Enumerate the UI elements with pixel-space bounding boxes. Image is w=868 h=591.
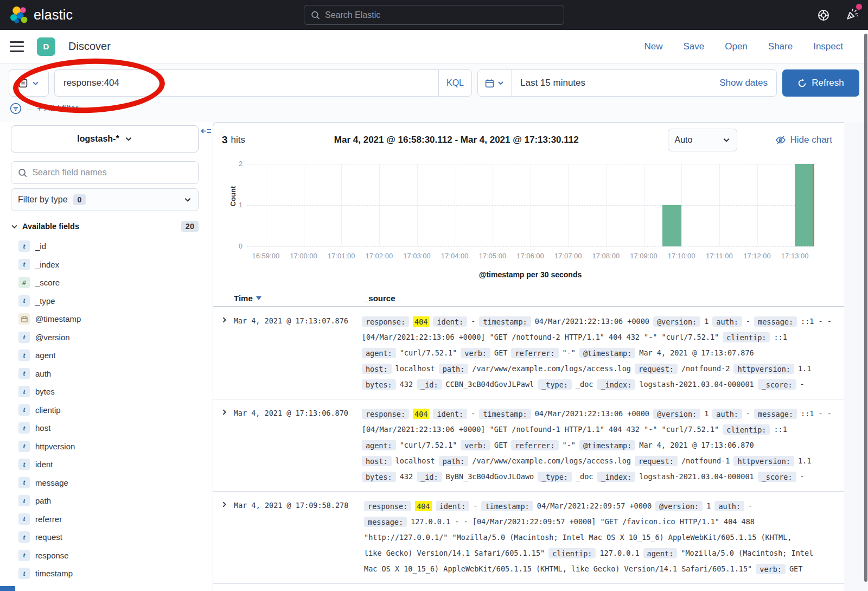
expand-row-icon[interactable] <box>213 498 234 577</box>
field-name-badge: message: <box>754 409 797 419</box>
field-name-badge: agent: <box>362 348 396 358</box>
string-type-icon: t <box>18 386 30 397</box>
chevron-down-icon <box>723 136 730 144</box>
field-item-path[interactable]: tpath <box>11 492 199 510</box>
current-time-marker <box>813 164 814 246</box>
brand-name: elastic <box>34 7 73 23</box>
field-item-response[interactable]: tresponse <box>11 546 199 565</box>
field-name-badge: clientip: <box>723 424 770 435</box>
x-tick-label: 17:06:00 <box>516 252 544 260</box>
field-search-box[interactable] <box>11 161 199 184</box>
highlighted-value: 404 <box>413 409 429 419</box>
field-name-badge: _type: <box>538 472 572 482</box>
string-type-icon: t <box>18 495 30 506</box>
field-value: localhost <box>395 456 435 465</box>
date-quick-menu-button[interactable] <box>478 70 512 96</box>
save-button[interactable]: Save <box>683 41 704 52</box>
global-search-input[interactable] <box>325 10 557 20</box>
open-button[interactable]: Open <box>725 41 748 52</box>
field-value: ::1 - - <box>801 409 832 418</box>
new-button[interactable]: New <box>644 41 662 52</box>
field-name: response <box>35 551 69 560</box>
share-button[interactable]: Share <box>768 41 793 52</box>
string-type-icon: t <box>18 550 30 561</box>
field-item-_type[interactable]: t_type <box>11 292 199 310</box>
global-search-bar[interactable] <box>304 5 564 25</box>
field-value: GET <box>789 564 802 573</box>
newsfeed-button[interactable] <box>845 7 859 23</box>
inspect-button[interactable]: Inspect <box>813 41 843 52</box>
histogram-bar-17:09:30[interactable] <box>662 205 681 246</box>
add-filter-button[interactable]: + Add filter <box>37 104 78 113</box>
field-item-@timestamp[interactable]: @timestamp <box>11 310 199 328</box>
field-item-ident[interactable]: tident <box>11 455 199 474</box>
help-icon[interactable] <box>817 9 830 22</box>
query-language-button[interactable]: KQL <box>438 69 472 97</box>
field-name-badge: request: <box>635 456 678 466</box>
field-name: path <box>35 496 51 505</box>
field-item-_score[interactable]: #_score <box>11 274 199 292</box>
field-name-badge: ident: <box>433 316 467 327</box>
query-input[interactable] <box>54 69 438 97</box>
histogram-bar-17:13:00[interactable] <box>795 164 814 246</box>
hide-chart-button[interactable]: Hide chart <box>775 135 832 145</box>
doc-source: response:404ident:-timestamp:04/Mar/2021… <box>362 314 844 392</box>
field-item-auth[interactable]: tauth <box>11 365 199 383</box>
field-item-bytes[interactable]: tbytes <box>11 383 199 401</box>
time-range-display[interactable]: Last 15 minutes <box>512 78 585 88</box>
field-name-badge: clientip: <box>548 548 596 558</box>
field-value: like Gecko) Version/14.1 Safari/605.1.15… <box>364 549 545 557</box>
field-value: "Mozilla/5.0 (Macintosh; Intel <box>681 549 813 557</box>
field-value: ::1 <box>774 425 787 434</box>
expand-row-icon[interactable] <box>213 406 234 485</box>
x-axis-labels: 16:59:0017:00:0017:01:0017:02:0017:03:00… <box>247 252 814 263</box>
index-pattern-selector[interactable]: logstash-* <box>11 125 199 152</box>
field-item-referrer[interactable]: treferrer <box>11 510 199 529</box>
field-item-timestamp[interactable]: ttimestamp <box>11 564 199 583</box>
field-name-badge: _id: <box>417 379 442 390</box>
page-title: Discover <box>68 40 111 53</box>
number-type-icon: # <box>18 277 30 288</box>
search-icon <box>311 10 320 20</box>
field-item-agent[interactable]: tagent <box>11 346 199 365</box>
menu-icon[interactable] <box>10 41 24 52</box>
field-value: ::1 - - <box>801 317 832 326</box>
field-item-httpversion[interactable]: thttpversion <box>11 437 199 456</box>
string-type-icon: t <box>18 404 30 416</box>
field-name-badge: ident: <box>436 501 470 511</box>
time-column-header[interactable]: Time <box>234 294 364 303</box>
field-name-badge: path: <box>439 364 469 374</box>
interval-select[interactable]: Auto <box>668 129 737 151</box>
field-value: "curl/7.52.1" <box>400 441 457 449</box>
x-tick-label: 17:04:00 <box>441 252 469 260</box>
field-name: httpversion <box>35 442 75 451</box>
field-value: logstash-2021.03.04-000001 <box>639 472 754 481</box>
field-value: Mar 4, 2021 @ 17:13:07.876 <box>639 348 754 357</box>
field-value: GET <box>494 348 507 357</box>
string-type-icon: t <box>18 441 30 452</box>
field-item-message[interactable]: tmessage <box>11 474 199 492</box>
collapse-sidebar-icon[interactable] <box>201 128 212 139</box>
field-item-_index[interactable]: t_index <box>11 256 199 274</box>
field-item-_id[interactable]: t_id <box>11 237 199 256</box>
field-item-@version[interactable]: t@version <box>11 328 199 347</box>
field-name: @version <box>35 333 70 342</box>
x-tick-label: 17:12:00 <box>743 252 771 260</box>
refresh-button[interactable]: Refresh <box>782 69 859 97</box>
field-search-input[interactable] <box>32 168 192 177</box>
filter-icon[interactable] <box>10 103 22 115</box>
elastic-brand[interactable]: elastic <box>10 6 73 24</box>
show-dates-button[interactable]: Show dates <box>719 78 776 88</box>
saved-query-menu-button[interactable] <box>9 69 49 97</box>
filter-by-type-select[interactable]: Filter by type 0 <box>11 188 199 211</box>
available-fields-toggle[interactable]: Available fields 20 <box>11 221 199 232</box>
field-item-request[interactable]: trequest <box>11 528 199 546</box>
field-item-clientip[interactable]: tclientip <box>11 401 199 420</box>
expand-row-icon[interactable] <box>213 314 234 392</box>
filter-separator: – <box>27 104 31 113</box>
y-tick-label: 0 <box>232 243 242 250</box>
field-item-host[interactable]: thost <box>11 419 199 437</box>
page-scrollbar[interactable] <box>864 34 867 582</box>
field-value: _doc <box>576 472 593 481</box>
x-tick-label: 17:02:00 <box>366 252 393 260</box>
